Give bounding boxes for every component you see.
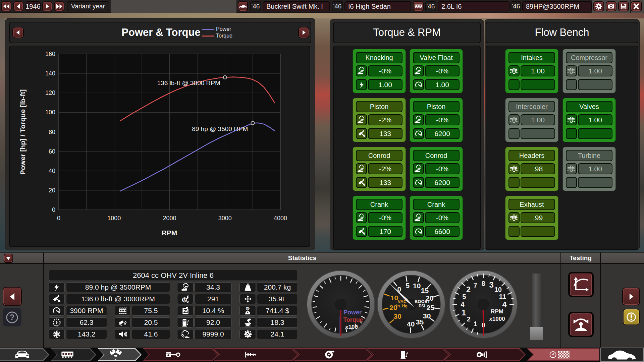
svg-text:100: 100 — [45, 109, 55, 116]
svg-text:Power: Power — [343, 309, 362, 316]
svg-text:4: 4 — [502, 300, 507, 309]
svg-text:80: 80 — [49, 129, 55, 135]
svg-text:RPM: RPM — [491, 308, 503, 315]
svg-text:91: 91 — [183, 320, 185, 321]
svg-text:Power [hp] / Torque [lb-ft]: Power [hp] / Torque [lb-ft] — [19, 89, 26, 175]
svg-text:3000: 3000 — [218, 215, 232, 222]
svg-text:10: 10 — [390, 294, 398, 302]
svg-text:40: 40 — [407, 320, 415, 328]
svg-text:2: 2 — [466, 285, 471, 294]
svg-text:7: 7 — [474, 282, 477, 289]
svg-text:RPM: RPM — [162, 229, 177, 237]
svg-text:30: 30 — [423, 312, 431, 320]
svg-text:25: 25 — [427, 304, 435, 311]
svg-text:4: 4 — [461, 301, 465, 308]
svg-text:1: 1 — [462, 308, 466, 317]
svg-text:10: 10 — [494, 286, 502, 293]
svg-text:11: 11 — [499, 293, 506, 300]
svg-text:20: 20 — [49, 187, 55, 194]
svg-text:2000: 2000 — [163, 215, 176, 222]
svg-text:x1000: x1000 — [489, 316, 505, 322]
svg-text:136 lb-ft @ 3000 RPM: 136 lb-ft @ 3000 RPM — [157, 79, 220, 86]
svg-text:x100: x100 — [345, 324, 358, 330]
svg-text:5: 5 — [406, 282, 410, 289]
svg-text:15: 15 — [421, 287, 429, 294]
svg-text:Torque: Torque — [343, 316, 363, 323]
svg-text:1000: 1000 — [107, 215, 121, 222]
svg-text:0: 0 — [52, 206, 55, 213]
svg-text:3: 3 — [489, 280, 493, 289]
svg-text:40: 40 — [49, 168, 55, 174]
svg-text:0: 0 — [57, 215, 60, 222]
svg-text:$: $ — [183, 298, 185, 302]
svg-text:?: ? — [10, 313, 15, 322]
svg-text:89 hp @ 3500 RPM: 89 hp @ 3500 RPM — [192, 125, 248, 132]
svg-text:120: 120 — [45, 89, 55, 96]
svg-text:BOOST: BOOST — [415, 299, 430, 304]
svg-text:PSI: PSI — [419, 304, 425, 308]
svg-text:140: 140 — [45, 70, 55, 77]
svg-text:160: 160 — [45, 51, 55, 57]
svg-text:60: 60 — [49, 148, 55, 155]
svg-text:$: $ — [247, 307, 249, 310]
svg-text:1: 1 — [474, 320, 477, 327]
svg-text:35: 35 — [416, 318, 424, 326]
svg-text:In. Hg: In. Hg — [396, 304, 407, 308]
svg-text:30: 30 — [394, 312, 401, 320]
svg-text:4000: 4000 — [274, 215, 287, 222]
svg-text:8: 8 — [481, 280, 485, 287]
svg-text:2: 2 — [467, 315, 471, 323]
svg-text:5: 5 — [462, 293, 466, 300]
svg-text:10: 10 — [413, 282, 421, 290]
